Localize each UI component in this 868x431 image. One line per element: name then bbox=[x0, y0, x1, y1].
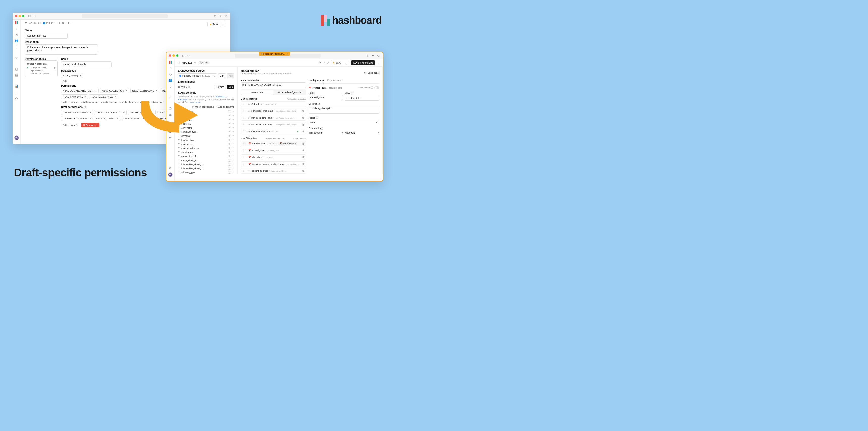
folder-icon[interactable]: 🗀 bbox=[15, 96, 18, 100]
tab-configuration[interactable]: Configuration bbox=[309, 79, 323, 83]
trash-icon[interactable]: 🗑 bbox=[302, 163, 304, 165]
data-icon[interactable]: ≣ bbox=[169, 130, 172, 134]
trash-icon[interactable]: 🗑 bbox=[302, 123, 304, 126]
add-rule-button[interactable]: + bbox=[56, 58, 58, 60]
permission-chip[interactable]: READ_AGGREGATED_DATA✕ bbox=[61, 88, 99, 93]
save-button[interactable]: Save ⌄ bbox=[207, 22, 226, 27]
add-perm-button[interactable]: + Add All bbox=[69, 101, 78, 104]
close-icon[interactable]: ✕ bbox=[156, 89, 158, 92]
column-item[interactable]: #unique_keyfx✓ bbox=[178, 110, 235, 114]
grip-icon[interactable]: ⋮⋮ bbox=[243, 117, 247, 119]
tabs-icon[interactable]: ⧉ bbox=[376, 54, 380, 57]
box-icon[interactable]: ▢ bbox=[15, 67, 18, 71]
grip-icon[interactable]: ⋮⋮ bbox=[243, 149, 247, 152]
column-item[interactable]: 📅create...fx✓ bbox=[178, 114, 235, 118]
check-icon[interactable]: ✓ bbox=[232, 151, 235, 153]
close-icon[interactable]: ✕ bbox=[123, 111, 125, 114]
check-icon[interactable]: ✓ bbox=[232, 147, 235, 149]
model-desc-input[interactable] bbox=[241, 82, 306, 88]
fx-button[interactable]: fx bbox=[228, 147, 231, 149]
check-icon[interactable]: ✓ bbox=[232, 115, 235, 117]
close-icon[interactable]: ✕ bbox=[90, 117, 92, 120]
permission-chip[interactable]: READ_SAVED_VIEW✕ bbox=[89, 94, 119, 99]
info-icon[interactable]: ⓘ bbox=[321, 127, 323, 130]
menu-icon[interactable]: ⋮ bbox=[377, 61, 379, 64]
column-item[interactable]: #close_ti...fx✓ bbox=[178, 122, 235, 126]
column-item[interactable]: Tstreet_namefx✓ bbox=[178, 150, 235, 154]
check-icon[interactable]: ✓ bbox=[232, 163, 235, 166]
folder-input[interactable]: dates✕ bbox=[309, 120, 379, 125]
column-item[interactable]: Tcross_street_2fx✓ bbox=[178, 158, 235, 162]
chart-icon[interactable]: 📊 bbox=[168, 124, 172, 127]
close-icon[interactable]: ✕ bbox=[115, 95, 117, 98]
trash-icon[interactable]: 🗑 bbox=[302, 117, 304, 119]
close-icon[interactable]: ✕ bbox=[117, 117, 119, 120]
avatar[interactable]: W bbox=[168, 172, 173, 177]
share-icon[interactable]: ⇧ bbox=[366, 54, 369, 57]
draft-permission-chip[interactable]: CREATE_METRIC✕ bbox=[128, 110, 154, 115]
learn-more-link[interactable]: Learn more bbox=[189, 101, 200, 104]
add-perm-button[interactable]: + Add Owner Set bbox=[81, 101, 98, 104]
role-name-input[interactable] bbox=[25, 33, 68, 39]
plus-icon[interactable]: + bbox=[371, 54, 374, 57]
fx-button[interactable]: fx bbox=[228, 167, 231, 170]
url-bar[interactable] bbox=[82, 14, 168, 18]
fx-button[interactable]: fx bbox=[228, 139, 231, 141]
rule-name-input[interactable] bbox=[61, 61, 112, 67]
save-explore-button[interactable]: Save and explore bbox=[351, 60, 375, 65]
seg-base-model[interactable]: Base model bbox=[241, 90, 274, 94]
refresh-icon[interactable]: ⟳ bbox=[327, 61, 329, 64]
measure-row[interactable]: ⋮⋮fx min close_time_days · min(close_tim… bbox=[241, 115, 306, 121]
add-perm-button[interactable]: + Add Editor Set bbox=[101, 101, 117, 104]
search-icon[interactable]: ⌕ bbox=[16, 27, 18, 30]
hide-toggle[interactable] bbox=[374, 86, 379, 89]
nav-back-icon[interactable]: ‹ bbox=[34, 15, 35, 18]
add-attr-button[interactable]: + Add custom attribute bbox=[265, 137, 285, 139]
join-models-button[interactable]: ⚭ Join models bbox=[293, 137, 306, 139]
sidebar-toggle-icon[interactable]: ◧ bbox=[28, 15, 31, 18]
add-source-button[interactable]: Add bbox=[227, 73, 235, 78]
attribute-row[interactable]: ⋮⋮📅 closed_date · closed_date🗑 bbox=[241, 148, 306, 153]
fx-button[interactable]: fx bbox=[228, 131, 231, 133]
draft-permission-chip[interactable]: CREATE_DASHBOARD✕ bbox=[61, 110, 93, 115]
gran-max-select[interactable]: Max Year▾ bbox=[345, 132, 379, 134]
preview-button[interactable]: Preview bbox=[214, 85, 226, 89]
column-item[interactable]: Tintersection_street_1fx✓ bbox=[178, 162, 235, 166]
measure-row[interactable]: ⋮⋮fx max close_time_days · max(close_tim… bbox=[241, 122, 306, 127]
save-dropdown-icon[interactable]: ⌄ bbox=[221, 22, 226, 27]
code-editor-button[interactable]: </> Code editor bbox=[364, 69, 379, 76]
column-item[interactable]: Tincident_zipfx✓ bbox=[178, 142, 235, 146]
share-icon[interactable]: ⇧ bbox=[213, 15, 217, 18]
check-icon[interactable]: ✓ bbox=[232, 127, 235, 129]
check-icon[interactable]: ✓ bbox=[232, 135, 235, 137]
check-icon[interactable]: ✓ bbox=[232, 111, 235, 113]
trash-icon[interactable]: 🗑 bbox=[302, 149, 304, 152]
check-icon[interactable]: ✓ bbox=[232, 123, 235, 125]
trash-icon[interactable]: 🗑 bbox=[302, 130, 304, 133]
add-access-button[interactable]: + Add bbox=[61, 80, 67, 82]
nav-back-icon[interactable]: ‹ bbox=[187, 54, 188, 57]
star-icon[interactable]: ☆ bbox=[15, 56, 18, 60]
check-icon[interactable]: ✓ bbox=[232, 167, 235, 170]
nav-fwd-icon[interactable]: › bbox=[189, 54, 190, 57]
add-perm-button[interactable]: + Add bbox=[61, 101, 67, 104]
search-icon[interactable]: ⌕ bbox=[169, 66, 171, 70]
attribute-row[interactable]: ⋮⋮📅 resolution_action_updated_date · res… bbox=[241, 161, 306, 167]
trash-icon[interactable]: 🗑 bbox=[53, 67, 56, 69]
column-item[interactable]: Taddress_typefx✓ bbox=[178, 170, 235, 174]
people-icon[interactable]: 👥 bbox=[168, 78, 172, 82]
grip-icon[interactable]: ⋮⋮ bbox=[243, 123, 247, 126]
trash-icon[interactable]: 🗑 bbox=[302, 110, 304, 112]
grip-icon[interactable]: ⋮⋮ bbox=[243, 163, 247, 165]
save-button[interactable]: Save⌄ bbox=[331, 60, 349, 65]
draft-permission-chip[interactable]: CREATE_DATA_MODEL✕ bbox=[94, 110, 127, 115]
role-desc-input[interactable]: Collaborator that can propose changes to… bbox=[25, 45, 98, 55]
avatar[interactable]: W bbox=[14, 136, 19, 140]
grip-icon[interactable]: ⋮⋮ bbox=[243, 103, 247, 106]
grip-icon[interactable]: ⋮⋮ bbox=[243, 110, 247, 112]
check-icon[interactable]: ✓ bbox=[232, 131, 235, 133]
grid-icon[interactable]: ▦ bbox=[169, 113, 172, 116]
primary-date-pill[interactable]: 📅 Primary date ▾ bbox=[278, 142, 297, 145]
grip-icon[interactable]: ⋮⋮ bbox=[243, 142, 247, 145]
info-icon[interactable]: ⓘ bbox=[371, 86, 373, 89]
